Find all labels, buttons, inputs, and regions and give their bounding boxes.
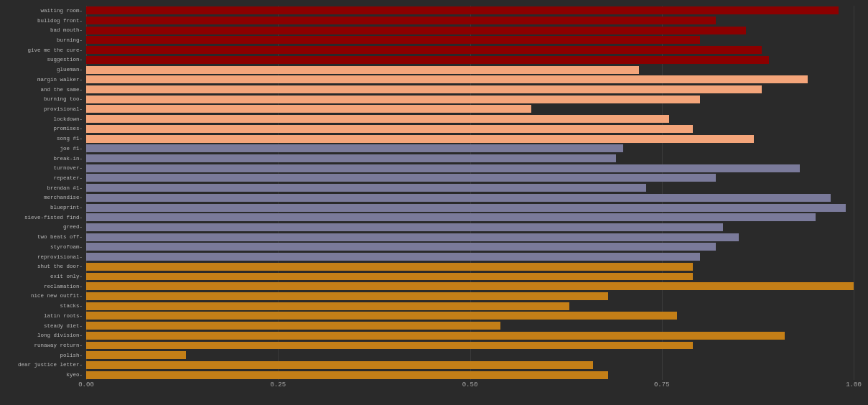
track-label: shut the door- — [0, 264, 83, 269]
x-tick: 0.75 — [654, 381, 670, 388]
track-label: latin roots- — [0, 313, 83, 319]
track-label: nice new outfit- — [0, 293, 83, 299]
bar — [86, 243, 716, 251]
bar — [86, 292, 608, 300]
track-label: turnover- — [0, 165, 83, 171]
bar-row: reclamation- — [86, 281, 854, 292]
bar — [86, 135, 754, 143]
track-label: burning too- — [0, 96, 83, 102]
bar — [86, 125, 693, 133]
bar-row: two beats off- — [86, 232, 854, 242]
track-label: steady diet- — [0, 323, 83, 329]
bar-row: bad mouth- — [86, 25, 854, 35]
bar-row: suggestion- — [86, 55, 854, 65]
x-axis-ticks: 0.000.250.500.751.00 — [86, 381, 854, 392]
track-label: bulldog front- — [0, 18, 83, 24]
bar — [86, 17, 716, 24]
track-label: blueprint- — [0, 205, 83, 210]
bar-row: runaway return- — [86, 340, 854, 350]
bar — [86, 342, 693, 350]
track-label: greed- — [0, 224, 83, 230]
bar — [86, 96, 700, 103]
bar-row: blueprint- — [86, 202, 854, 213]
bar — [86, 174, 716, 182]
bar — [86, 213, 816, 221]
track-label: long division- — [0, 332, 83, 338]
track-label: break-in- — [0, 156, 83, 162]
x-tick: 0.25 — [270, 381, 286, 388]
bar-row: kyeo- — [86, 370, 854, 380]
bar — [86, 273, 693, 281]
bar-row: stacks- — [86, 301, 854, 311]
track-label: burning- — [0, 37, 83, 43]
bar-row: waiting room- — [86, 6, 854, 16]
track-label: stacks- — [0, 303, 83, 309]
track-label: reprovisional- — [0, 254, 83, 260]
track-label: bad mouth- — [0, 27, 83, 33]
bar-row: brendan #1- — [86, 183, 854, 193]
bar-row: long division- — [86, 330, 854, 340]
track-label: exit only- — [0, 274, 83, 279]
x-tick: 0.00 — [78, 381, 94, 388]
bar-row: turnover- — [86, 163, 854, 173]
bar — [86, 27, 746, 34]
bar-row: margin walker- — [86, 75, 854, 85]
track-label: two beats off- — [0, 234, 83, 240]
track-label: and the same- — [0, 87, 83, 93]
x-tick: 1.00 — [846, 381, 862, 388]
bar-row: steady diet- — [86, 321, 854, 331]
bar-row: dear justice letter- — [86, 360, 854, 371]
track-label: margin walker- — [0, 77, 83, 83]
bar-row: merchandise- — [86, 193, 854, 203]
bar — [86, 164, 800, 172]
track-label: merchandise- — [0, 195, 83, 200]
track-label: lockdown- — [0, 116, 83, 122]
bar-row: nice new outfit- — [86, 292, 854, 302]
grid-line — [854, 6, 854, 380]
track-label: glueman- — [0, 67, 83, 73]
bar-row: burning- — [86, 35, 854, 45]
bar — [86, 6, 839, 14]
bar-row: sieve-fisted find- — [86, 213, 854, 223]
track-label: repeater- — [0, 175, 83, 181]
bar-row: greed- — [86, 223, 854, 233]
bar — [86, 253, 700, 261]
track-label: give me the cure- — [0, 47, 83, 53]
bar — [86, 282, 854, 290]
bar-row: break-in- — [86, 154, 854, 164]
bar-row: glueman- — [86, 65, 854, 75]
bar-row: give me the cure- — [86, 45, 854, 55]
bar-row: burning too- — [86, 94, 854, 104]
track-label: styrofoam- — [0, 244, 83, 250]
bar — [86, 351, 186, 359]
bar — [86, 371, 608, 379]
bar-row: reprovisional- — [86, 252, 854, 262]
bar — [86, 36, 700, 44]
bar — [86, 204, 846, 212]
bar — [86, 322, 500, 330]
bar — [86, 66, 639, 74]
bar — [86, 115, 669, 123]
bar — [86, 223, 723, 231]
bar — [86, 85, 762, 93]
track-label: waiting room- — [0, 8, 83, 14]
bar — [86, 46, 762, 54]
bar — [86, 312, 677, 320]
bar — [86, 332, 785, 340]
x-tick: 0.50 — [462, 381, 478, 388]
bar-row: promises- — [86, 124, 854, 134]
track-label: promises- — [0, 126, 83, 131]
track-label: provisional- — [0, 106, 83, 112]
bar-row: provisional- — [86, 104, 854, 114]
track-label: joe #1- — [0, 146, 83, 152]
bar — [86, 263, 693, 271]
plot-area: waiting room-bulldog front-bad mouth-bur… — [86, 6, 854, 380]
bar-row: and the same- — [86, 85, 854, 95]
bar-row: polish- — [86, 350, 854, 360]
bar-row: styrofoam- — [86, 242, 854, 252]
bar-row: joe #1- — [86, 144, 854, 154]
bar — [86, 105, 531, 113]
bar-row: bulldog front- — [86, 16, 854, 26]
bar-row: repeater- — [86, 173, 854, 183]
track-label: brendan #1- — [0, 185, 83, 191]
